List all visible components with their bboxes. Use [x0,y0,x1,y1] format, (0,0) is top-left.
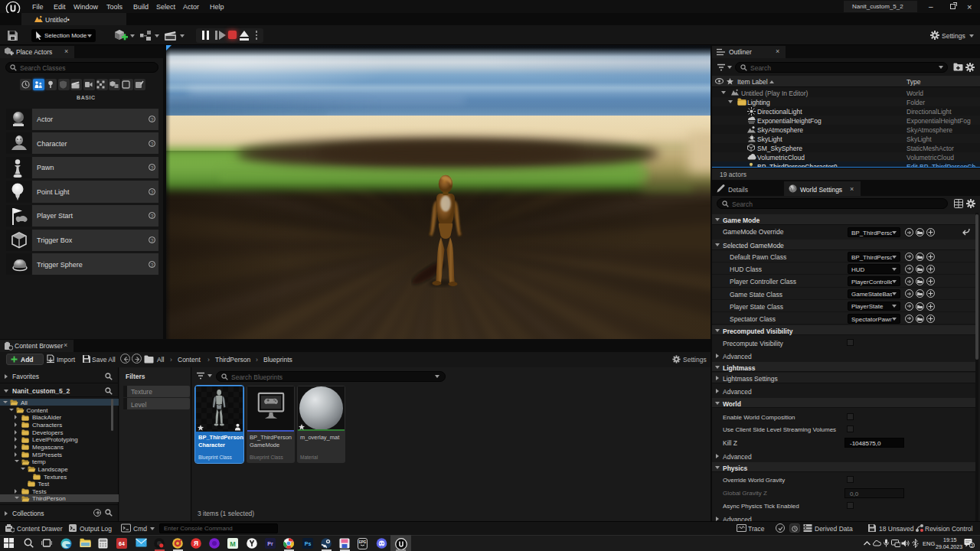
svg-text:Я: Я [194,540,198,547]
svg-text:Ps: Ps [305,541,312,546]
svg-text:M: M [230,540,236,548]
svg-text:64: 64 [119,541,125,546]
svg-text:EPG: EPG [359,540,367,544]
svg-text:Pr: Pr [267,541,273,546]
svg-text:2: 2 [971,543,973,548]
